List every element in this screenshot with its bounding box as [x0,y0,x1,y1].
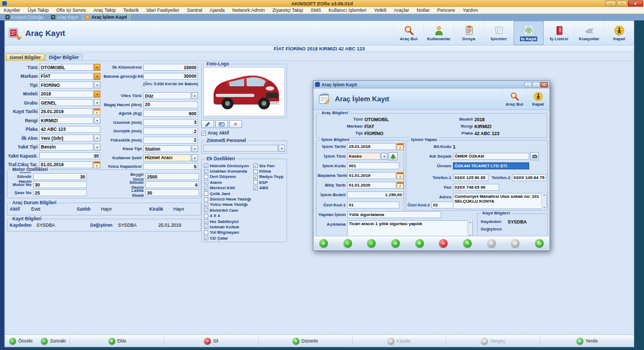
kullananlar-button[interactable]: Kullananlar [423,21,453,45]
nav-delete-button[interactable]: − [439,239,448,248]
islem-tarihi-field[interactable]: 25.01.2019 [347,143,396,150]
motor-silindir-hacmi-field[interactable]: 30 [33,173,87,180]
sase-no-field[interactable]: 25 [33,189,87,196]
checkbox[interactable]: ✓ [204,203,208,207]
grubu-field[interactable]: GENEL [39,99,93,106]
bitis-tarihi-field[interactable]: 01.01.2020 [347,182,396,189]
checkbox[interactable]: ✓ [253,175,258,179]
menu-kullanici-islemleri[interactable]: Kullanıcı İşlemleri [325,8,370,13]
menu-idari-faaliyetler[interactable]: İdari Faaliyetler [143,8,184,13]
menu-tedarik[interactable]: Tedarik [120,8,143,13]
calendar-icon[interactable]: 7 [397,143,404,150]
minimize-button[interactable]: – [605,1,616,6]
beygir-gucu-field[interactable]: 2500 [145,173,199,180]
scrollbar[interactable]: ▲▼ [467,220,472,237]
aciklama-textarea[interactable]: Ticari aracın 1 yıllık sigortası yapıldı [347,220,473,237]
tab-diger-bilgiler[interactable]: Diğer Bilgiler [45,54,83,61]
yakit-tipi-field[interactable]: Benzin [39,144,93,151]
menu-ziyaretci-takip[interactable]: Ziyaretçi Takip [268,8,306,13]
scroll-up-icon[interactable]: ▲ [543,193,546,196]
lastik-ebadi-field[interactable]: 30 [145,189,199,196]
islem-kodu-field[interactable]: 001 [347,162,399,169]
tab-kisayol-cubugu[interactable]: ✕ Kısayol Çubuğu [2,14,47,20]
photo-delete-button[interactable]: ✕ [229,120,242,128]
ekle-button[interactable]: +Ekle [104,335,131,347]
plaka-field[interactable]: 42 ABC 123 [39,126,100,133]
checkbox[interactable] [204,230,208,235]
kayit-tarihi-field[interactable]: 25.01.2019 [39,108,93,115]
nav-last-button[interactable]: » [391,239,400,248]
nav-prev-button[interactable]: ‹ [343,239,352,248]
menu-yardim[interactable]: Yardım [459,8,481,13]
baslama-tarihi-field[interactable]: 01.01.2019 [347,172,396,179]
checkbox[interactable]: ✓ [204,169,208,174]
checkbox[interactable]: ✓ [204,225,208,229]
menu-uye-takip[interactable]: Üye Takip [24,8,53,13]
dialog-close-button[interactable]: ✕ [540,82,548,87]
genislik-field[interactable]: 2 [143,128,198,135]
islem-turu-field[interactable]: Kasko [347,153,380,160]
motor-no-field[interactable]: 30 [33,181,87,188]
sonraki-button[interactable]: ›Sonraki [36,335,70,347]
checkbox[interactable]: ✓ [253,163,258,168]
nav-cancel-button[interactable]: ↺ [511,239,519,248]
close-icon[interactable]: ✕ [51,15,55,19]
nav-next-button[interactable]: › [367,239,376,248]
calendar-icon[interactable]: 7 [397,172,404,179]
adi-soyadi-field[interactable]: ÖMER ÖZKAN [453,153,529,160]
checkbox[interactable]: ✓ [204,219,208,224]
checkbox[interactable] [204,214,208,218]
telefon-1-field[interactable]: 03XX 125 96 85 [453,174,488,181]
chevron-down-icon[interactable]: ▾ [94,91,100,98]
menu-arac-takip[interactable]: Araç Takip [90,8,120,13]
checkbox[interactable] [204,191,208,196]
nav-first-button[interactable]: « [319,239,328,248]
checkbox[interactable]: ✓ [204,180,208,184]
dosya-button[interactable]: Dosya [453,21,484,45]
yukseklik-field[interactable]: 2 [143,137,198,144]
menu-kayitlar[interactable]: Kayıtlar [0,8,24,13]
menu-notlar[interactable]: Notlar [413,8,434,13]
close-icon[interactable]: ✕ [5,15,10,19]
menu-pencere[interactable]: Pencere [434,8,459,13]
dialog-kapat-button[interactable]: Kapat [526,88,550,109]
scroll-up-icon[interactable]: ▲ [469,220,472,224]
chevron-down-icon[interactable]: ▾ [94,73,100,80]
sil-button[interactable]: −Sil [200,335,222,347]
chevron-down-icon[interactable]: ▾ [192,92,198,99]
checkbox[interactable] [253,169,258,174]
tab-arac-islem-kayit[interactable]: ✕ Araç İşlem Kayıt [82,14,130,20]
fax-field[interactable]: 03XX 748 65 96 [453,184,499,191]
calendar-icon[interactable]: 7 [93,108,100,115]
nav-edit-button[interactable]: ✎ [463,239,472,248]
menu-ajanda[interactable]: Ajanda [206,8,229,13]
person-lookup-button[interactable] [530,152,539,160]
is-listesi-button[interactable]: İş Listesi [544,21,574,45]
chevron-down-icon[interactable]: ▾ [279,145,285,152]
tab-arac-kayit[interactable]: ✕ Araç Kayıt [48,14,81,20]
photo-edit-button[interactable] [201,120,214,128]
yenile-button[interactable]: ↻Yenile [572,335,602,347]
dialog-maximize-button[interactable]: ▫ [532,82,540,87]
checkbox[interactable]: ✓ [204,208,208,212]
menu-yetkili[interactable]: Yetkili [370,8,390,13]
photo-card-button[interactable] [215,120,228,128]
kasa-tipi-field[interactable]: Station [143,145,191,152]
duzenle-button[interactable]: ✎Düzenle [288,335,323,347]
yapilan-islem-field[interactable]: Yıllık sigortalama [347,211,441,218]
islem-bedeli-field[interactable]: 1.250,00 [347,191,404,198]
calendar-icon[interactable]: 7 [397,182,404,189]
is-kayit-button[interactable]: İş Kayıt [514,21,544,45]
maximize-button[interactable]: ▫ [617,1,627,6]
dialog-arac-bul-button[interactable]: Araç Bul [502,88,526,109]
scroll-down-icon[interactable]: ▼ [543,206,546,209]
tab-genel-bilgiler[interactable]: Genel Bilgiler [6,54,45,61]
vazgec-button[interactable]: ↺Vazgeç [477,335,509,347]
chevron-down-icon[interactable]: ▾ [94,135,100,142]
checkbox[interactable]: ✓ [201,131,206,136]
telefon-2-field[interactable]: 03XX 145 84 75 [512,174,546,181]
menu-santral[interactable]: Santral [183,8,206,13]
menu-ofis-ici-servis[interactable]: Ofis İçi Servis [53,8,90,13]
checkbox[interactable]: ✓ [204,163,208,168]
checkbox[interactable] [253,180,258,184]
